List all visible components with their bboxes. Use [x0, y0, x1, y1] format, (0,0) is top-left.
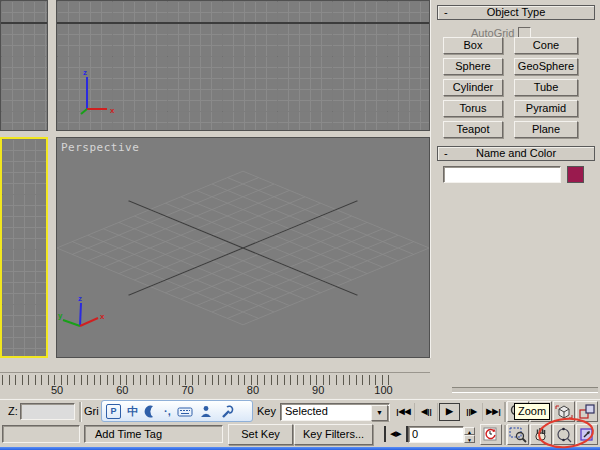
dropdown-value: Selected — [285, 405, 328, 417]
trackbar-frame-number: 60 — [116, 384, 128, 396]
time-config-clock-icon — [481, 425, 501, 444]
spinner-up-icon: ▲ — [464, 427, 475, 435]
object-type-button-torus[interactable]: Torus — [443, 100, 503, 117]
pan-button[interactable] — [530, 424, 552, 445]
axis-z-label: z — [78, 294, 82, 303]
viewport-top[interactable]: z x — [56, 0, 430, 131]
prompt-line — [2, 425, 80, 443]
go-to-end-button[interactable]: ▶▶| — [483, 403, 505, 421]
ime-settings-wrench-icon[interactable] — [219, 404, 234, 419]
key-label: Key — [257, 405, 276, 417]
trackbar-frame-number: 80 — [247, 384, 259, 396]
grid-axis-line — [1, 22, 47, 24]
perspective-home-grid: z y x — [57, 138, 429, 357]
panel-groove — [452, 387, 598, 393]
add-time-tag-label: Add Time Tag — [95, 428, 162, 440]
object-type-button-geosphere[interactable]: GeoSphere — [514, 58, 578, 75]
frame-spinner[interactable]: ▲ ▼ — [464, 427, 475, 444]
object-type-button-sphere[interactable]: Sphere — [443, 58, 503, 75]
zoom-region-icon — [508, 425, 528, 444]
key-filters-button[interactable]: Key Filters... — [294, 424, 373, 445]
arc-rotate-icon — [554, 425, 574, 444]
current-frame-field[interactable]: 0 — [408, 426, 464, 443]
object-type-button-teapot[interactable]: Teapot — [443, 121, 503, 138]
trackbar-frame-number: 70 — [181, 384, 193, 396]
world-axis-tripod: z y x — [58, 294, 105, 326]
object-name-input[interactable] — [443, 166, 561, 183]
arc-rotate-button[interactable] — [553, 424, 575, 445]
previous-frame-button[interactable]: ◀|| — [416, 403, 438, 421]
min-max-toggle-icon — [577, 425, 597, 444]
time-configuration-button[interactable] — [480, 424, 502, 445]
ime-fullwidth-moon-icon[interactable] — [144, 404, 158, 419]
rollout-title: Object Type — [487, 6, 546, 18]
trackbar-frame-number: 100 — [374, 384, 392, 396]
zoom-extents-button[interactable] — [553, 401, 575, 422]
next-frame-button[interactable]: ||▶ — [461, 403, 483, 421]
object-type-button-tube[interactable]: Tube — [514, 79, 578, 96]
trackbar-frame-number: 50 — [51, 384, 63, 396]
go-to-start-button[interactable]: |◀◀ — [393, 403, 415, 421]
ime-user-icon[interactable] — [199, 404, 213, 419]
viewport-top-left[interactable] — [0, 0, 48, 131]
object-type-buttons: BoxConeSphereGeoSphereCylinderTubeTorusP… — [443, 37, 593, 138]
collapse-icon[interactable]: - — [444, 147, 448, 160]
object-type-button-pyramid[interactable]: Pyramid — [514, 100, 578, 117]
ime-toolbar[interactable]: P 中 ·, — [101, 400, 253, 422]
viewport-perspective[interactable]: z y x Perspective — [56, 137, 430, 358]
hand-icon — [531, 425, 551, 444]
object-type-button-cylinder[interactable]: Cylinder — [443, 79, 503, 96]
object-type-button-cone[interactable]: Cone — [514, 37, 578, 54]
add-time-tag-bar[interactable]: Add Time Tag — [84, 425, 223, 443]
object-type-button-box[interactable]: Box — [443, 37, 503, 54]
zoom-extents-all-button[interactable] — [576, 401, 598, 422]
zoom-tooltip: Zoom — [514, 403, 550, 420]
rollout-object-type-header[interactable]: - Object Type — [437, 5, 595, 20]
zoom-region-button[interactable] — [507, 424, 529, 445]
frame-value: 0 — [412, 428, 418, 440]
axis-y-label: y — [58, 311, 63, 320]
set-key-button[interactable]: Set Key — [228, 424, 293, 445]
trackbar-frame-number: 90 — [312, 384, 324, 396]
ime-punctuation-icon[interactable]: ·, — [164, 404, 171, 418]
rollout-name-color-header[interactable]: - Name and Color — [437, 146, 595, 161]
3dsmax-window: z x z y x Pers — [0, 0, 600, 450]
dropdown-arrow-icon[interactable]: ▼ — [371, 405, 388, 421]
status-row-1: Z: Gri Key Selected ▼ |◀◀ ◀|| ▶ ||▶ ▶▶| — [0, 399, 600, 424]
double-cube-icon — [577, 402, 597, 421]
ime-language-mode-icon[interactable]: 中 — [127, 404, 138, 418]
grid-size-label: Gri — [84, 405, 99, 417]
trackbar-area: 5060708090100 — [0, 358, 600, 399]
play-button[interactable]: ▶ — [439, 403, 460, 421]
key-mode-toggle-button[interactable]: ◀▶ — [384, 426, 408, 442]
z-coord-field[interactable] — [20, 403, 75, 420]
viewport-label[interactable]: Perspective — [61, 141, 139, 154]
ime-soft-keyboard-icon[interactable] — [177, 404, 193, 419]
separator — [79, 402, 82, 422]
spinner-down-icon: ▼ — [464, 435, 475, 443]
viewport-front-left[interactable] — [0, 137, 48, 358]
time-ruler[interactable]: 5060708090100 — [0, 372, 430, 398]
rollout-title: Name and Color — [476, 147, 556, 159]
ime-logo-icon[interactable]: P — [106, 404, 121, 419]
min-max-toggle-button[interactable] — [576, 424, 598, 445]
status-row-2: Add Time Tag Set Key Key Filters... ◀▶ 0… — [0, 423, 600, 447]
z-coord-label: Z: — [8, 405, 18, 417]
object-type-button-plane[interactable]: Plane — [514, 121, 578, 138]
world-axis-tripod: z x — [57, 1, 431, 130]
command-panel: - Object Type AutoGrid BoxConeSphereGeoS… — [430, 0, 600, 399]
axis-z-label: z — [83, 68, 87, 77]
collapse-icon[interactable]: - — [444, 6, 448, 19]
axis-x-label: x — [100, 312, 105, 321]
selected-filter-dropdown[interactable]: Selected ▼ — [280, 403, 390, 421]
color-swatch[interactable] — [567, 166, 584, 183]
axis-x-label: x — [110, 106, 115, 115]
cube-icon — [554, 402, 574, 421]
